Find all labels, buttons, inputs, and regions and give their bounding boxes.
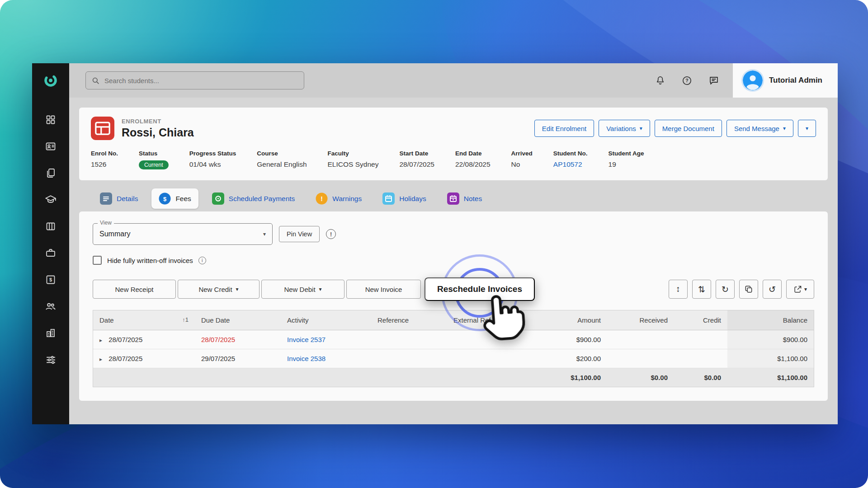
status-badge: Current <box>139 160 169 169</box>
sidebar-item-documents[interactable] <box>45 167 57 179</box>
tab-notes[interactable]: Notes <box>440 188 490 209</box>
tab-warnings[interactable]: ! Warnings <box>308 188 369 209</box>
user-name: Tutorial Admin <box>769 76 822 85</box>
invoice-row[interactable]: ▸ 28/07/2025 28/07/2025 Invoice 2537 $90… <box>93 330 814 349</box>
sidebar-item-organisation[interactable] <box>45 327 57 339</box>
enrolment-actions: Edit Enrolment Variations ▾ Merge Docume… <box>534 120 816 137</box>
cell-reference <box>371 330 447 349</box>
tab-fees[interactable]: $ Fees <box>151 188 198 209</box>
search-box[interactable] <box>85 71 304 89</box>
collapse-rows-button[interactable]: ⇅ <box>692 280 711 299</box>
tab-details[interactable]: Details <box>93 188 145 209</box>
notifications-button[interactable] <box>655 75 665 86</box>
cell-due-date: 29/07/2025 <box>195 349 281 368</box>
hide-written-off-checkbox[interactable] <box>93 256 102 265</box>
new-invoice-button[interactable]: New Invoice <box>346 280 421 299</box>
cell-credit <box>674 349 727 368</box>
copy-button[interactable] <box>739 280 758 299</box>
sidebar-item-settings[interactable] <box>45 354 57 366</box>
view-select[interactable]: View Summary ▾ <box>93 223 273 245</box>
refresh-button[interactable]: ↻ <box>716 280 735 299</box>
more-actions-button[interactable]: ▾ <box>798 120 816 137</box>
col-balance[interactable]: Balance <box>727 310 814 330</box>
view-select-value: Summary <box>99 230 130 238</box>
student-no-link[interactable]: AP10572 <box>553 160 588 169</box>
search-input[interactable] <box>104 77 298 84</box>
history-button[interactable]: ↺ <box>763 280 782 299</box>
caret-down-icon: ▾ <box>236 286 239 292</box>
tab-holidays[interactable]: Holidays <box>375 188 433 209</box>
caret-down-icon: ▾ <box>263 231 266 237</box>
enrolment-header: ENROLMENT Rossi, Chiara Edit Enrolment V… <box>91 117 816 140</box>
help-icon: ? <box>682 75 692 86</box>
expand-rows-button[interactable]: ↕ <box>669 280 688 299</box>
user-menu[interactable]: Tutorial Admin <box>733 63 838 98</box>
details-tab-icon <box>100 192 112 205</box>
pin-view-button[interactable]: Pin View <box>279 226 320 242</box>
sidebar-item-courses[interactable] <box>45 194 57 206</box>
sidebar-item-dashboard[interactable] <box>45 114 57 126</box>
sidebar-nav: $ <box>45 114 57 366</box>
col-received[interactable]: Received <box>607 310 674 330</box>
row-expand-icon[interactable]: ▸ <box>99 337 102 343</box>
variations-button[interactable]: Variations ▾ <box>599 120 650 137</box>
field-value: 01/04 wks <box>189 160 236 169</box>
bell-icon <box>655 75 665 86</box>
info-icon[interactable]: i <box>198 257 206 264</box>
help-button[interactable]: ? <box>682 75 692 86</box>
sort-asc-icon[interactable]: ↑1 <box>182 316 189 323</box>
cell-external-ref <box>447 330 531 349</box>
col-credit[interactable]: Credit <box>674 310 727 330</box>
svg-text:?: ? <box>685 78 688 83</box>
enrolment-fields: Enrol No. 1526 Status Current Progress S… <box>91 150 816 169</box>
col-date[interactable]: Date ↑1 <box>93 310 195 330</box>
field-student-age: Student Age 19 <box>609 150 644 169</box>
finance-icon: $ <box>45 274 56 285</box>
merge-document-button[interactable]: Merge Document <box>655 120 722 137</box>
new-debit-button[interactable]: New Debit ▾ <box>261 280 344 299</box>
enrolment-title-block: ENROLMENT Rossi, Chiara <box>122 118 194 139</box>
sidebar-item-finance[interactable]: $ <box>45 274 57 286</box>
edit-enrolment-button[interactable]: Edit Enrolment <box>534 120 594 137</box>
tab-label: Fees <box>175 195 191 203</box>
tab-scheduled-payments[interactable]: Scheduled Payments <box>205 188 302 209</box>
variations-label: Variations <box>606 125 636 132</box>
export-button[interactable]: ▾ <box>786 280 814 299</box>
field-value: No <box>511 160 533 169</box>
send-message-button[interactable]: Send Message ▾ <box>726 120 793 137</box>
invoice-row[interactable]: ▸ 28/07/2025 29/07/2025 Invoice 2538 $20… <box>93 349 814 368</box>
invoice-link[interactable]: Invoice 2537 <box>287 336 326 343</box>
total-credit: $0.00 <box>674 368 727 387</box>
field-start-date: Start Date 28/07/2025 <box>399 150 434 169</box>
sidebar-item-tables[interactable] <box>45 221 57 232</box>
field-value: 28/07/2025 <box>399 160 434 169</box>
reschedule-invoices-button[interactable]: Reschedule Invoices <box>425 277 535 301</box>
new-receipt-button[interactable]: New Receipt <box>93 280 176 299</box>
feedback-button[interactable] <box>708 75 719 86</box>
cell-balance: $900.00 <box>727 330 814 349</box>
row-expand-icon[interactable]: ▸ <box>99 356 102 362</box>
app-logo[interactable] <box>43 63 58 98</box>
sidebar-item-contacts[interactable] <box>45 141 57 152</box>
col-amount[interactable]: Amount <box>531 310 607 330</box>
sidebar-item-services[interactable] <box>45 247 57 259</box>
col-due-date[interactable]: Due Date <box>195 310 281 330</box>
caret-down-icon: ▾ <box>806 126 808 131</box>
new-credit-button[interactable]: New Credit ▾ <box>178 280 259 299</box>
fees-tab-icon: $ <box>159 192 171 205</box>
notes-tab-icon <box>447 192 459 205</box>
col-external-ref[interactable]: External Ref <box>447 310 531 330</box>
history-icon: ↺ <box>769 284 776 295</box>
documents-icon <box>45 168 56 178</box>
briefcase-icon <box>45 248 56 258</box>
col-reference[interactable]: Reference <box>371 310 447 330</box>
enrolment-card: ENROLMENT Rossi, Chiara Edit Enrolment V… <box>79 108 828 180</box>
cell-received <box>607 330 674 349</box>
caret-down-icon: ▾ <box>804 286 807 292</box>
invoice-link[interactable]: Invoice 2538 <box>287 355 326 362</box>
caret-down-icon: ▾ <box>319 286 322 292</box>
sidebar-item-staff[interactable] <box>45 300 57 312</box>
view-info-icon[interactable]: ! <box>326 229 336 239</box>
col-activity[interactable]: Activity <box>281 310 371 330</box>
col-date-label: Date <box>99 316 114 324</box>
